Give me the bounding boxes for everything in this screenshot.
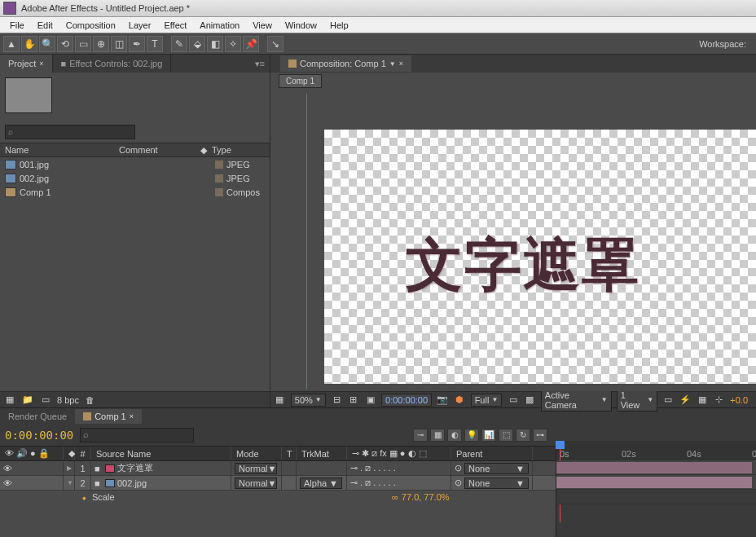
project-item[interactable]: Comp 1 Compos [0, 185, 270, 199]
menu-edit[interactable]: Edit [31, 19, 59, 32]
layer-track[interactable] [556, 460, 756, 475]
project-search-input[interactable] [5, 125, 135, 139]
composition-canvas[interactable]: 文字遮罩 [324, 130, 756, 384]
parent-select[interactable]: None▼ [464, 463, 529, 474]
new-comp-icon[interactable]: ▭ [39, 394, 52, 406]
zoom-select[interactable]: 50%▼ [291, 394, 326, 407]
text-tool-icon[interactable]: T [147, 36, 163, 52]
frame-blend-icon[interactable]: ▦ [430, 429, 445, 442]
expand-icon[interactable]: ▶ [67, 464, 72, 472]
layer-duration-bar[interactable] [556, 477, 752, 488]
resolution-select[interactable]: Full▼ [471, 394, 503, 407]
source-header[interactable]: Source Name [91, 447, 231, 460]
rect-tool-icon[interactable]: ▭ [75, 36, 91, 52]
col-label-icon[interactable]: ◆ [196, 145, 207, 156]
pixel-aspect-icon[interactable]: ▭ [662, 394, 675, 406]
flowchart-icon[interactable]: ⊹ [713, 394, 725, 406]
snap-icon[interactable]: ⊶ [533, 429, 547, 442]
views-select[interactable]: 1 View▼ [617, 389, 657, 412]
trkmat-select[interactable]: Alpha▼ [300, 478, 342, 489]
menu-effect[interactable]: Effect [157, 19, 193, 32]
flowchart-chip[interactable]: Comp 1 [279, 74, 322, 88]
live-update-icon[interactable]: ↻ [516, 429, 530, 442]
mask-tool-icon[interactable]: ◫ [111, 36, 127, 52]
draft3d-icon[interactable]: ⬚ [499, 429, 513, 442]
timeline-track-area[interactable]: 0s 02s 04s 06s [556, 441, 756, 537]
pickwhip-icon[interactable]: ⊙ [455, 463, 462, 473]
mask-toggle-icon[interactable]: ▣ [364, 394, 376, 406]
canvas-text-layer[interactable]: 文字遮罩 [406, 227, 640, 304]
menu-view[interactable]: View [246, 19, 279, 32]
interpret-icon[interactable]: ▦ [3, 394, 16, 406]
anchor-tool-icon[interactable]: ⊕ [93, 36, 109, 52]
parent-select[interactable]: None▼ [464, 478, 529, 489]
menu-composition[interactable]: Composition [59, 19, 122, 32]
local-axis-icon[interactable]: ↘ [267, 36, 284, 52]
parent-header[interactable]: Parent [451, 447, 533, 460]
menu-layer[interactable]: Layer [122, 19, 158, 32]
brainstorm-icon[interactable]: 💡 [464, 429, 479, 442]
transparency-grid-icon[interactable]: ▩ [524, 394, 536, 406]
puppet-tool-icon[interactable]: 📌 [243, 36, 259, 52]
layer-switches[interactable]: ⊸ . ⧄ . . . . . [347, 476, 451, 490]
mode-select[interactable]: Normal▼ [235, 463, 277, 474]
hand-tool-icon[interactable]: ✋ [21, 36, 37, 52]
property-value[interactable]: 77.0, 77.0% [402, 492, 450, 502]
brush-tool-icon[interactable]: ✎ [171, 36, 187, 52]
stamp-tool-icon[interactable]: ⬙ [189, 36, 205, 52]
time-ruler[interactable]: 0s 02s 04s 06s [556, 441, 756, 460]
res-down-icon[interactable]: ⊟ [331, 394, 343, 406]
layer-duration-bar[interactable] [556, 462, 752, 473]
trash-icon[interactable]: 🗑 [84, 394, 97, 406]
eraser-tool-icon[interactable]: ◧ [207, 36, 223, 52]
camera-select[interactable]: Active Camera▼ [541, 389, 612, 412]
render-queue-tab[interactable]: Render Queue [0, 409, 75, 424]
effect-controls-tab[interactable]: ■ Effect Controls: 002.jpg [53, 55, 172, 73]
timeline-timecode[interactable]: 0:00:00:00 [5, 429, 73, 442]
menu-file[interactable]: File [3, 19, 31, 32]
safe-zones-icon[interactable]: ⊞ [348, 394, 360, 406]
channel-icon[interactable]: ⬢ [454, 394, 466, 406]
shy-icon[interactable]: ⊸ [413, 429, 428, 442]
project-item[interactable]: 001.jpg JPEG [0, 157, 270, 171]
exposure-value[interactable]: +0.0 [730, 395, 753, 405]
fast-preview-icon[interactable]: ⚡ [679, 394, 692, 406]
roto-tool-icon[interactable]: ✧ [225, 36, 241, 52]
folder-icon[interactable]: 📁 [21, 394, 34, 406]
snapshot-icon[interactable]: 📷 [437, 394, 449, 406]
stopwatch-icon[interactable]: ⬥ [81, 492, 87, 502]
mode-header[interactable]: Mode [231, 447, 282, 460]
panel-menu-icon[interactable]: ▾≡ [255, 59, 270, 69]
property-track[interactable] [556, 490, 756, 504]
col-name[interactable]: Name [0, 145, 114, 155]
timeline-icon[interactable]: ▦ [697, 394, 709, 406]
current-time-display[interactable]: 0:00:00:00 [381, 394, 432, 407]
col-type[interactable]: Type [207, 145, 270, 155]
expand-icon[interactable]: ▼ [67, 479, 73, 486]
visibility-icon[interactable]: 👁 [3, 464, 12, 473]
visibility-icon[interactable]: 👁 [3, 478, 12, 488]
layer-track[interactable] [556, 475, 756, 490]
motion-blur-icon[interactable]: ◐ [447, 429, 462, 442]
roi-icon[interactable]: ▭ [507, 394, 519, 406]
layer-switches[interactable]: ⊸ . ⧄ . . . . . [347, 461, 451, 475]
pen-tool-icon[interactable]: ✒ [129, 36, 145, 52]
zoom-tool-icon[interactable]: 🔍 [39, 36, 55, 52]
grid-icon[interactable]: ▦ [274, 394, 286, 406]
mode-select[interactable]: Normal▼ [235, 478, 277, 489]
trkmat-header[interactable]: TrkMat [297, 447, 347, 460]
menu-animation[interactable]: Animation [193, 19, 246, 32]
menu-help[interactable]: Help [323, 19, 355, 32]
selection-tool-icon[interactable]: ▲ [3, 36, 20, 52]
project-tab[interactable]: Project× [0, 55, 53, 73]
timeline-comp-tab[interactable]: Comp 1× [75, 409, 142, 424]
composition-tab[interactable]: Composition: Comp 1▼× [280, 55, 411, 72]
orbit-tool-icon[interactable]: ⟲ [57, 36, 73, 52]
graph-editor-icon[interactable]: 📊 [481, 429, 496, 442]
timeline-search-input[interactable] [80, 428, 194, 442]
col-comment[interactable]: Comment [114, 145, 196, 155]
pickwhip-icon[interactable]: ⊙ [455, 478, 462, 488]
project-item[interactable]: 002.jpg JPEG [0, 171, 270, 185]
link-icon[interactable]: ∞ [392, 492, 398, 502]
bpc-label[interactable]: 8 bpc [57, 395, 79, 405]
